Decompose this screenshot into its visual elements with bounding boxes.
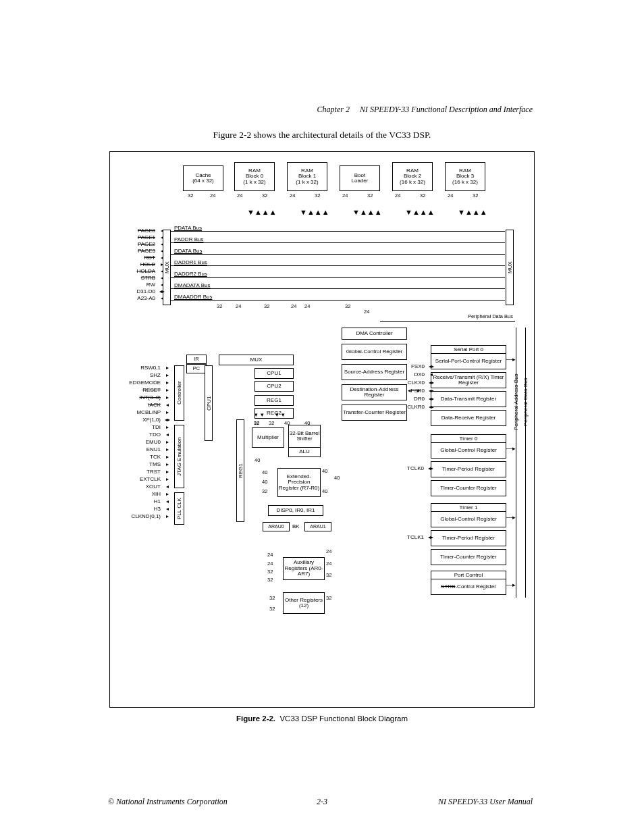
dma-xfer-cnt: Transfer-Counter Register xyxy=(342,405,407,421)
arrow-down-icon: ▼▲▲▲ xyxy=(352,209,382,216)
footer-manual: NI SPEEDY-33 User Manual xyxy=(438,797,533,807)
other-w-out: 32 xyxy=(326,595,331,601)
mult-out-40-a: 40 xyxy=(254,457,260,463)
disp-block: DISP0, IR0, IR1 xyxy=(268,505,323,516)
controller-block: Controller xyxy=(174,365,184,421)
cpu1-reg: CPU1 xyxy=(254,368,294,379)
left-signal-group-top: PAGE0◂ PAGE1◂ PAGE2◂ PAGE3◂ RDT◂ HOLD▸ H… xyxy=(115,228,155,303)
arrow-down-icon: ▼▲▲▲ xyxy=(405,209,435,216)
ext-in-40a: 40 xyxy=(262,469,267,475)
timer0-reg-2: Timer-Counter Register xyxy=(431,480,506,496)
jtag-emulation: JTAG Emulation xyxy=(174,425,184,488)
arrow-right-icon: —▸ xyxy=(506,515,516,521)
bus-w-2: 32 xyxy=(264,303,269,309)
dma-dest-addr: Destination-Address Register xyxy=(342,384,407,400)
mux-right: MUX xyxy=(506,230,514,305)
section-title: NI SPEEDY-33 Functional Description and … xyxy=(360,105,533,114)
periph-data-bus-label: Peripheral Data Bus xyxy=(425,314,513,319)
dma-global-ctrl: Global-Control Register xyxy=(342,344,407,360)
ram3-width-l: 24 xyxy=(448,192,453,199)
timer1-reg-0: Global-Control Register xyxy=(431,511,506,527)
arrow-down-icon: ▾▾ ▾▾ xyxy=(254,412,288,418)
arrow-right-icon: —▸ xyxy=(506,582,516,588)
other-w-in: 32 xyxy=(269,595,275,601)
cpu-w-1: 32 xyxy=(269,420,274,426)
intro-text: Figure 2-2 shows the architectural detai… xyxy=(108,130,536,140)
ram1-width-l: 24 xyxy=(290,192,295,199)
periph-data-bus-line xyxy=(380,321,515,322)
cpu2-reg: CPU2 xyxy=(254,381,294,392)
reg1: REG1 xyxy=(254,395,294,406)
tclk0-signal: TCLK0◂▸ xyxy=(402,466,424,471)
pll-clk: PLL CLK xyxy=(174,492,184,525)
ram0-width-r: 32 xyxy=(262,192,267,199)
reg1-vert: REG1 xyxy=(236,419,244,522)
dmaaddr-bus-label: DMAADDR Bus xyxy=(174,294,213,300)
daddr2-bus-label: DADDR2 Bus xyxy=(174,271,209,277)
ext-out-40b: 40 xyxy=(334,475,340,481)
timer1-reg-1: Timer-Period Register xyxy=(431,530,506,546)
figure-number: Figure 2-2. xyxy=(236,714,275,723)
aux-regs: Auxiliary Registers (AR0-AR7) xyxy=(283,557,325,580)
cpu1-vert: CPU1 xyxy=(205,365,213,441)
cache-width-l: 32 xyxy=(188,192,193,199)
serial-reg-0: Serial-Port-Control Register xyxy=(431,353,506,369)
pc-reg: PC xyxy=(186,364,207,373)
other-regs: Other Registers (12) xyxy=(283,592,325,614)
aux-w-32a: 32 xyxy=(267,569,273,575)
arrow-lr-icon: ◂—▸ xyxy=(408,388,421,394)
left-signal-group-mid: RSW0,1▸ SHZ▸ EDGEMODE▸ RESET▸ INT(3–0)▸ … xyxy=(115,365,161,521)
ddata-bus-label: DDATA Bus xyxy=(174,248,204,254)
cache-width-r: 24 xyxy=(210,192,215,199)
serial-reg-2: Data-Transmit Register xyxy=(431,391,506,407)
aux-w-32c: 32 xyxy=(326,572,331,578)
pdata-bus-label: PDATA Bus xyxy=(174,225,203,231)
arrow-right-icon: —▸ xyxy=(506,446,516,452)
arrow-down-icon: ▼▲▲▲ xyxy=(458,209,487,216)
arau0: ARAU0 xyxy=(263,522,290,531)
paddr-bus-label: PADDR Bus xyxy=(174,236,205,242)
ir-reg: IR xyxy=(186,355,207,364)
chapter-number: Chapter 2 xyxy=(317,105,350,114)
ram2-width-l: 24 xyxy=(395,192,400,199)
figure-title: VC33 DSP Functional Block Diagram xyxy=(279,714,408,723)
cpu-mux: MUX xyxy=(219,355,294,365)
bus-w-6: 24 xyxy=(364,309,369,315)
timer0-reg-1: Timer-Period Register xyxy=(431,461,506,477)
ram-block-0: RAMBlock 0(1 k x 32) xyxy=(234,162,275,191)
boot-loader-block: BootLoader xyxy=(340,165,380,191)
page-header: Chapter 2 NI SPEEDY-33 Functional Descri… xyxy=(317,105,533,115)
ext-in-40b: 40 xyxy=(262,479,267,485)
aux-w-24a: 24 xyxy=(267,552,273,558)
ext-in-32: 32 xyxy=(262,488,267,494)
aux-w-24b: 24 xyxy=(267,561,273,567)
bus-w-1: 24 xyxy=(236,303,241,309)
serial-reg-1: Receive/Transmit (R/X) Timer Register xyxy=(431,372,506,388)
ram-block-1: RAMBlock 1(1 k x 32) xyxy=(287,162,327,191)
footer-page-num: 2-3 xyxy=(0,797,644,807)
dma-controller: DMA Controller xyxy=(342,328,407,340)
other-w-in2: 32 xyxy=(269,606,275,612)
bus-w-4: 24 xyxy=(304,303,310,309)
timer1-reg-2: Timer-Counter Register xyxy=(431,549,506,565)
ext-precision-regs: Extended-Precision Register (R7-R0) xyxy=(277,468,321,497)
ram-block-2: RAMBlock 2(16 k x 32) xyxy=(392,162,433,191)
arrow-down-icon: ▼▲▲▲ xyxy=(300,209,329,216)
arrow-down-icon: ▼▲▲▲ xyxy=(247,209,277,216)
arrow-right-icon: —▸ xyxy=(506,357,516,363)
ram0-width-l: 24 xyxy=(237,192,242,199)
dmadata-bus-label: DMADATA Bus xyxy=(174,282,212,288)
ext-out-40a: 40 xyxy=(322,468,327,474)
ram1-width-r: 32 xyxy=(315,192,320,199)
dma-src-addr: Source-Address Register xyxy=(342,364,407,380)
barrel-shifter: 32-Bit Barrel Shifter xyxy=(288,425,321,448)
bus-w-3: 24 xyxy=(291,303,296,309)
figure-caption: Figure 2-2. VC33 DSP Functional Block Di… xyxy=(108,714,536,723)
multiplier-block: Multiplier xyxy=(252,427,284,448)
bus-w-5: 32 xyxy=(345,303,350,309)
aux-w-24c: 24 xyxy=(326,548,331,554)
aux-w-24d: 24 xyxy=(326,561,331,567)
ext-out-40c: 40 xyxy=(322,488,327,494)
ram2-width-r: 32 xyxy=(420,192,425,199)
cache-block: Cache(64 x 32) xyxy=(183,165,223,191)
